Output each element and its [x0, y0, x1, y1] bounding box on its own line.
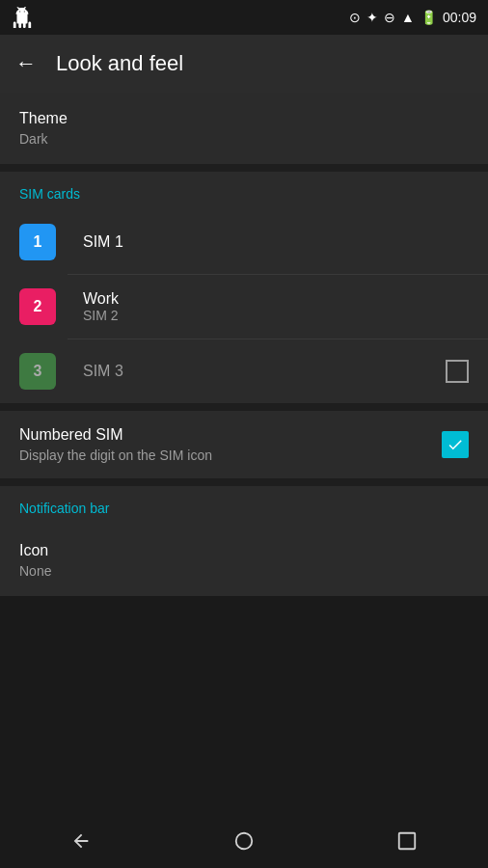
sim-cards-header: SIM cards: [0, 172, 488, 210]
sim3-info: SIM 3: [83, 363, 446, 380]
sim1-item[interactable]: 1 SIM 1: [0, 210, 488, 274]
sim1-info: SIM 1: [83, 233, 469, 251]
theme-value: Dark: [19, 131, 469, 147]
sim3-checkbox[interactable]: [446, 360, 469, 383]
section-divider-3: [0, 478, 488, 486]
sim1-badge: 1: [19, 224, 56, 260]
battery-icon: 🔋: [420, 10, 437, 25]
cast-icon: ⊙: [349, 10, 361, 25]
sim2-sub: SIM 2: [83, 308, 469, 323]
numbered-sim-info: Numbered SIM Display the digit on the SI…: [19, 426, 442, 463]
minus-icon: ⊖: [384, 10, 395, 25]
notification-bar-header: Notification bar: [0, 486, 488, 525]
time-display: 00:09: [443, 10, 476, 25]
svg-point-0: [236, 833, 253, 850]
numbered-sim-title: Numbered SIM: [19, 426, 442, 444]
sim2-info: Work SIM 2: [83, 290, 469, 323]
notification-icon-label: Icon: [19, 542, 469, 559]
sim3-name: SIM 3: [83, 363, 446, 380]
nav-back-icon: [70, 830, 92, 852]
sim2-item[interactable]: 2 Work SIM 2: [0, 275, 488, 339]
navigation-bar: [0, 814, 488, 868]
nav-recents-icon: [396, 830, 418, 852]
sim2-name: Work: [83, 290, 469, 308]
sim3-item[interactable]: 3 SIM 3: [0, 339, 488, 403]
theme-section: Theme Dark: [0, 93, 488, 164]
svg-rect-1: [398, 833, 415, 850]
nav-home-button[interactable]: [233, 830, 255, 852]
numbered-sim-description: Display the digit on the SIM icon: [19, 448, 442, 463]
content-area: Theme Dark SIM cards 1 SIM 1 2 Work SIM …: [0, 93, 488, 596]
android-icon: [12, 7, 33, 28]
status-bar-left: [12, 7, 33, 28]
page-title: Look and feel: [56, 51, 183, 76]
theme-label: Theme: [19, 110, 469, 127]
section-divider-1: [0, 164, 488, 172]
toolbar: ← Look and feel: [0, 35, 488, 93]
numbered-sim-checkbox[interactable]: [442, 431, 469, 458]
signal-icon: ▲: [401, 10, 415, 25]
nav-recents-button[interactable]: [396, 830, 418, 852]
sim-cards-section: SIM cards 1 SIM 1 2 Work SIM 2 3 SIM 3: [0, 172, 488, 403]
theme-row[interactable]: Theme Dark: [0, 93, 488, 164]
status-bar-right: ⊙ ✦ ⊖ ▲ 🔋 00:09: [349, 10, 476, 25]
nav-back-button[interactable]: [70, 830, 92, 852]
numbered-sim-row[interactable]: Numbered SIM Display the digit on the SI…: [0, 411, 488, 478]
back-button[interactable]: ←: [15, 51, 37, 76]
sim-cards-label: SIM cards: [19, 186, 80, 202]
bluetooth-icon: ✦: [366, 10, 378, 25]
section-divider-2: [0, 403, 488, 411]
notification-bar-section: Notification bar Icon None: [0, 486, 488, 596]
sim2-badge: 2: [19, 288, 56, 325]
notification-icon-value: None: [19, 563, 469, 579]
status-bar: ⊙ ✦ ⊖ ▲ 🔋 00:09: [0, 0, 488, 35]
nav-home-icon: [233, 830, 255, 852]
notification-bar-label: Notification bar: [19, 501, 109, 516]
notification-icon-row[interactable]: Icon None: [0, 525, 488, 596]
checkmark-icon: [447, 436, 464, 453]
sim3-badge: 3: [19, 353, 56, 390]
sim1-name: SIM 1: [83, 233, 469, 251]
